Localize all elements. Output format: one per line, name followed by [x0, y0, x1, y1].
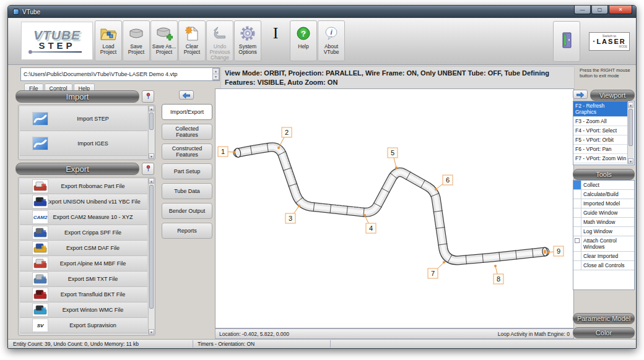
load-project-icon — [100, 24, 117, 43]
color-header[interactable]: Color — [573, 327, 635, 338]
feature-label-5[interactable]: 5 — [388, 148, 398, 169]
export-panel-header[interactable]: Export — [15, 163, 139, 175]
feature-label-7[interactable]: 7 — [428, 261, 445, 278]
unison-machine-icon — [32, 195, 48, 208]
tool-item[interactable]: Log Window — [573, 227, 634, 236]
list-item[interactable]: Import STEP — [20, 106, 147, 131]
main-toolbar: VTUBE STEP Load ProjectSave ProjectSave … — [8, 18, 636, 65]
list-item[interactable]: Export Transfluid BKT File — [20, 287, 147, 302]
system-options-button[interactable]: System Options — [234, 20, 261, 61]
import-panel-pin-button[interactable] — [142, 90, 154, 103]
tube-end-highlight — [544, 250, 546, 254]
save-project-button[interactable]: Save Project — [123, 20, 150, 61]
text-cursor-icon: I — [273, 24, 279, 43]
tool-item[interactable]: Attach Control Windows — [573, 236, 634, 252]
list-item[interactable]: Export CSM DAF File — [20, 241, 147, 256]
tool-item[interactable]: Math Window — [573, 218, 634, 227]
list-item[interactable]: CAM2Export CAM2 Measure 10 - XYZ — [20, 210, 147, 225]
list-item[interactable]: Export Alpine M4 MBF File — [20, 256, 147, 272]
save-as-project-button[interactable]: Save As... Project — [150, 20, 178, 61]
maximize-button[interactable]: ▢ — [591, 6, 608, 14]
viewport-status-bar: Location: -0.402, 5.822, 0.000 Loop Acti… — [215, 328, 574, 339]
pin-icon — [146, 163, 151, 174]
feature-label-6[interactable]: 6 — [435, 175, 453, 191]
math-engine-loop-readout: Loop Activity in Math Engine: 0 — [498, 331, 570, 337]
undo-previous-change-button: Undo Previous Change — [206, 20, 233, 61]
save-project-icon — [128, 24, 145, 43]
exit-button[interactable] — [553, 21, 580, 62]
help-icon: ? — [296, 24, 311, 43]
window-title: VTube — [22, 9, 40, 15]
viewport-command[interactable]: F5 - VPort: Orbit — [573, 135, 628, 145]
project-path-field[interactable]: C:\Users\Public\Documents\VTube\VTube-LA… — [20, 67, 220, 81]
tool-item[interactable]: Close all Controls — [573, 261, 634, 270]
transfluid-machine-icon — [32, 288, 48, 301]
nav-tab-import-export[interactable]: Import/Export — [162, 104, 212, 120]
selection-marker — [573, 181, 581, 189]
feature-label-8[interactable]: 8 — [494, 265, 503, 284]
gear-icon — [239, 24, 256, 43]
smi-machine-icon — [32, 272, 48, 286]
tool-item[interactable]: Guide Window — [573, 208, 634, 218]
viewport-command[interactable]: F6 - VPort: Pan — [573, 145, 628, 154]
list-item[interactable]: Export Robomac Part File — [20, 179, 147, 194]
cam2-logo-icon: CAM2 — [32, 210, 48, 224]
export-scrollbar[interactable]: ▲▼ — [148, 178, 154, 335]
alpine-machine-icon — [32, 257, 48, 270]
feature-label-4[interactable]: 4 — [363, 214, 376, 233]
nav-tab-bender-output[interactable]: Bender Output — [162, 203, 212, 219]
viewport-command[interactable]: F7 - VPort: Zoom Win — [573, 154, 628, 163]
attach-checkbox[interactable] — [575, 238, 580, 243]
svg-text:7: 7 — [431, 270, 435, 277]
import-list: Import STEPImport IGES ▲▼ — [18, 105, 155, 160]
switch-to-laser-button[interactable]: Switch to LASER MODE — [589, 32, 630, 51]
list-item[interactable]: Export SMI TXT File — [20, 272, 147, 287]
import-scrollbar[interactable]: ▲▼ — [148, 106, 154, 159]
viewport-panel-header[interactable]: Viewport — [590, 90, 635, 101]
clear-project-button[interactable]: Clear Project — [178, 20, 206, 61]
viewport-command[interactable]: F4 - VPort: Select — [573, 126, 628, 135]
list-item[interactable]: Export Winton WMC File — [20, 302, 147, 318]
parametric-model-header[interactable]: Parametric Model — [573, 313, 635, 324]
viewport-command[interactable]: F3 - Zoom All — [573, 117, 628, 126]
nav-tab-collected-features[interactable]: Collected Features — [162, 124, 212, 140]
viewport-command[interactable]: F2 - Refresh Graphics — [573, 101, 628, 117]
graphics-viewport[interactable]: 123456789 — [215, 88, 574, 328]
tools-panel-header[interactable]: Tools — [573, 169, 635, 180]
feature-label-2[interactable]: 2 — [277, 127, 292, 149]
nav-tab-reports[interactable]: Reports — [162, 223, 212, 239]
collapse-right-panel-button[interactable] — [573, 90, 588, 99]
help-button[interactable]: ?Help — [290, 20, 317, 61]
nav-tab-tube-data[interactable]: Tube Data — [162, 183, 212, 199]
tool-item[interactable]: Imported Model — [573, 199, 634, 208]
save-as-project-icon — [155, 24, 173, 43]
list-item[interactable]: Export UNISON Unibend v11 YBC File — [20, 194, 147, 210]
load-project-button[interactable]: Load Project — [95, 20, 122, 61]
viewport-scrollbar[interactable]: ▲▼ — [627, 102, 633, 164]
collapse-left-panel-button[interactable] — [179, 90, 194, 100]
feature-label-1[interactable]: 1 — [218, 147, 235, 156]
feature-label-3[interactable]: 3 — [285, 205, 300, 223]
import-panel-header[interactable]: Import — [15, 90, 139, 103]
tool-item[interactable]: Collect — [573, 181, 634, 190]
path-spinner[interactable]: ▲▼ — [212, 68, 219, 80]
winton-machine-icon — [32, 303, 48, 317]
list-item[interactable]: SVExport Supravision — [20, 318, 147, 333]
tool-item[interactable]: Clear Imported — [573, 252, 634, 261]
exit-door-icon — [559, 31, 575, 52]
list-item[interactable]: Import IGES — [20, 131, 147, 156]
minimize-button[interactable]: — — [574, 6, 591, 14]
nav-tab-constructed-features[interactable]: Constructed Features — [162, 144, 212, 160]
tool-item[interactable]: Calculate/Build — [573, 190, 634, 199]
export-panel-pin-button[interactable] — [142, 163, 154, 175]
nav-tab-part-setup[interactable]: Part Setup — [162, 163, 212, 179]
list-item[interactable]: Export Crippa SPF File — [20, 225, 147, 241]
close-button[interactable]: ✕ — [609, 6, 632, 14]
supravision-logo-icon: SV — [32, 319, 48, 332]
svg-text:4: 4 — [369, 225, 373, 232]
vtube-step-logo: VTUBE STEP — [21, 22, 93, 60]
title-bar[interactable]: VTube — ▢ ✕ — [8, 6, 636, 18]
svg-text:2: 2 — [285, 129, 289, 136]
about-vtube-button[interactable]: iAbout VTube — [318, 20, 345, 61]
text-cursor-tool-button[interactable]: I — [262, 20, 289, 61]
